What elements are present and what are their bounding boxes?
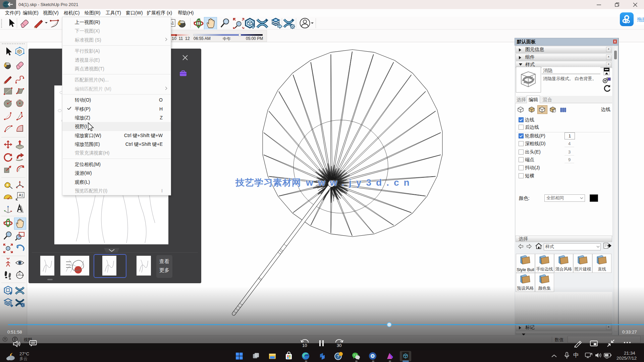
svg-text:A1: A1 bbox=[19, 193, 23, 197]
svg-text:30: 30 bbox=[337, 343, 341, 348]
svg-text:O: O bbox=[18, 273, 20, 275]
svg-text:10: 10 bbox=[302, 343, 307, 348]
svg-text:?: ? bbox=[337, 354, 339, 359]
